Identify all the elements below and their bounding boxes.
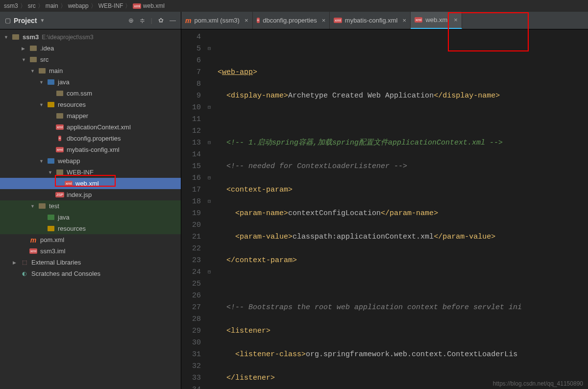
gear-icon[interactable]: ✿ — [158, 17, 164, 24]
tab-bar: mpom.xml (ssm3)×≡dbconfig.properties×xml… — [181, 12, 588, 29]
breadcrumb: ssm3〉 src〉 main〉 webapp〉 WEB-INF〉 xml we… — [0, 0, 588, 12]
folder-icon — [56, 112, 64, 120]
tree-label: dbconfig.properties — [67, 135, 121, 142]
xml-icon: xml — [133, 3, 141, 9]
folder-icon — [29, 56, 37, 64]
lib-icon: ⬚ — [21, 259, 28, 267]
tree-label: WEB-INF — [67, 169, 94, 176]
tree-item-WEB-INF[interactable]: ▼WEB-INF — [0, 167, 181, 178]
target-icon[interactable]: ⊕ — [128, 17, 134, 24]
xml-icon: xml — [56, 123, 64, 131]
folder-green-icon — [47, 214, 55, 221]
m-icon: m — [29, 236, 37, 244]
tree-item-Scratches and Consoles[interactable]: ◐Scratches and Consoles — [0, 268, 181, 279]
tree-label: .idea — [40, 45, 54, 52]
tab-dbconfig-properties[interactable]: ≡dbconfig.properties× — [253, 12, 330, 29]
tree-label: com.ssm — [67, 90, 92, 97]
folder-yellow-icon — [47, 101, 55, 109]
editor-area: mpom.xml (ssm3)×≡dbconfig.properties×xml… — [181, 12, 588, 389]
folder-icon — [38, 67, 46, 75]
tree-item-src[interactable]: ▼src — [0, 54, 181, 65]
tree-root[interactable]: ▼ ssm3 E:\ideaproject\ssm3 — [0, 31, 181, 43]
tree-label: main — [49, 67, 63, 74]
tree-label: webapp — [58, 157, 80, 165]
tree-label: resources — [58, 101, 86, 108]
tree-item-applicationContext-xml[interactable]: xmlapplicationContext.xml — [0, 122, 181, 133]
folder-icon — [56, 169, 64, 176]
xml-icon: xml — [65, 180, 73, 188]
close-icon[interactable]: × — [402, 17, 406, 24]
tree-item-main[interactable]: ▼main — [0, 65, 181, 76]
maven-icon: m — [185, 17, 191, 24]
tab-label: dbconfig.properties — [263, 17, 317, 24]
dropdown-arrow-icon[interactable]: ▼ — [40, 18, 45, 23]
tree-label: web.xml — [75, 180, 99, 187]
xml-icon: xml — [415, 17, 422, 23]
folder-blue-icon — [47, 78, 55, 86]
prop-icon: ≡ — [56, 135, 64, 143]
panel-header: ▢ Project ▼ ⊕ ≑ | ✿ — — [0, 12, 181, 29]
hide-icon[interactable]: — — [170, 17, 176, 24]
tree-label: pom.xml — [40, 236, 64, 243]
tree-label: mapper — [67, 112, 88, 120]
tree-item-External Libraries[interactable]: ▶⬚External Libraries — [0, 257, 181, 268]
tree-item-resources[interactable]: resources — [0, 223, 181, 234]
tab-web-xml[interactable]: xmlweb.xml× — [411, 12, 462, 29]
tree-label: ssm3.iml — [40, 247, 65, 255]
tree-label: index.jsp — [67, 191, 92, 198]
tree-label: test — [49, 202, 59, 210]
project-icon: ▢ — [5, 17, 11, 24]
folder-icon — [56, 90, 64, 97]
code-editor[interactable]: <web-app> <display-name>Archetype Create… — [214, 29, 588, 389]
tree-label: Scratches and Consoles — [31, 270, 100, 277]
tree-item-mapper[interactable]: mapper — [0, 110, 181, 122]
tree-item-webapp[interactable]: ▼webapp — [0, 155, 181, 167]
line-gutter: 4567891011121314151617181920212223242526… — [181, 29, 205, 389]
panel-title: Project — [14, 17, 37, 24]
close-icon[interactable]: × — [454, 16, 458, 24]
folder-yellow-icon — [47, 225, 55, 233]
tree-label: mybatis-config.xml — [67, 146, 120, 153]
tree-label: src — [40, 56, 49, 63]
tree-item-test[interactable]: ▼test — [0, 200, 181, 212]
tree-item--idea[interactable]: ▶.idea — [0, 43, 181, 54]
watermark: https://blog.csdn.net/qq_41150890 — [493, 380, 583, 387]
tree-label: java — [58, 78, 70, 86]
close-icon[interactable]: × — [322, 17, 326, 24]
tree-label: applicationContext.xml — [67, 123, 131, 131]
tree-item-java[interactable]: ▼java — [0, 76, 181, 88]
folder-blue-icon — [47, 157, 55, 165]
tree-label: resources — [58, 225, 86, 232]
tree-label: External Libraries — [31, 259, 81, 266]
tree-item-index-jsp[interactable]: JSPindex.jsp — [0, 189, 181, 200]
xml-icon: xml — [29, 247, 37, 255]
folder-icon — [38, 202, 46, 210]
folder-icon — [29, 45, 37, 52]
tree-item-ssm3-iml[interactable]: xmlssm3.iml — [0, 245, 181, 257]
tree-item-resources[interactable]: ▼resources — [0, 99, 181, 110]
tree-item-com-ssm[interactable]: com.ssm — [0, 88, 181, 99]
tree-item-mybatis-config-xml[interactable]: xmlmybatis-config.xml — [0, 144, 181, 155]
tree-item-web-xml[interactable]: xmlweb.xml — [0, 178, 181, 189]
tab-mybatis-config-xml[interactable]: xmlmybatis-config.xml× — [330, 12, 411, 29]
project-panel: ▢ Project ▼ ⊕ ≑ | ✿ — ▼ ssm3 E:\ideaproj… — [0, 12, 181, 389]
tree-label: java — [58, 214, 70, 221]
jsp-icon: JSP — [56, 191, 64, 199]
scratch-icon: ◐ — [21, 270, 28, 278]
tab-label: mybatis-config.xml — [345, 17, 398, 24]
tree-item-java[interactable]: java — [0, 212, 181, 223]
close-icon[interactable]: × — [245, 17, 248, 24]
tab-label: pom.xml (ssm3) — [194, 17, 239, 24]
tree-item-pom-xml[interactable]: mpom.xml — [0, 234, 181, 245]
project-tree: ▼ ssm3 E:\ideaproject\ssm3 ▶.idea▼src▼ma… — [0, 29, 181, 389]
fold-column: ⊟⊟⊟⊟⊟⊟ — [205, 29, 214, 389]
tree-item-dbconfig-properties[interactable]: ≡dbconfig.properties — [0, 133, 181, 144]
expand-icon[interactable]: ≑ — [140, 17, 145, 24]
xml-icon: xml — [334, 18, 342, 23]
tab-label: web.xml — [425, 16, 449, 24]
prop-icon: ≡ — [257, 18, 260, 23]
xml-icon: xml — [56, 146, 64, 154]
tab-pom-xml--ssm3-[interactable]: mpom.xml (ssm3)× — [181, 12, 253, 29]
